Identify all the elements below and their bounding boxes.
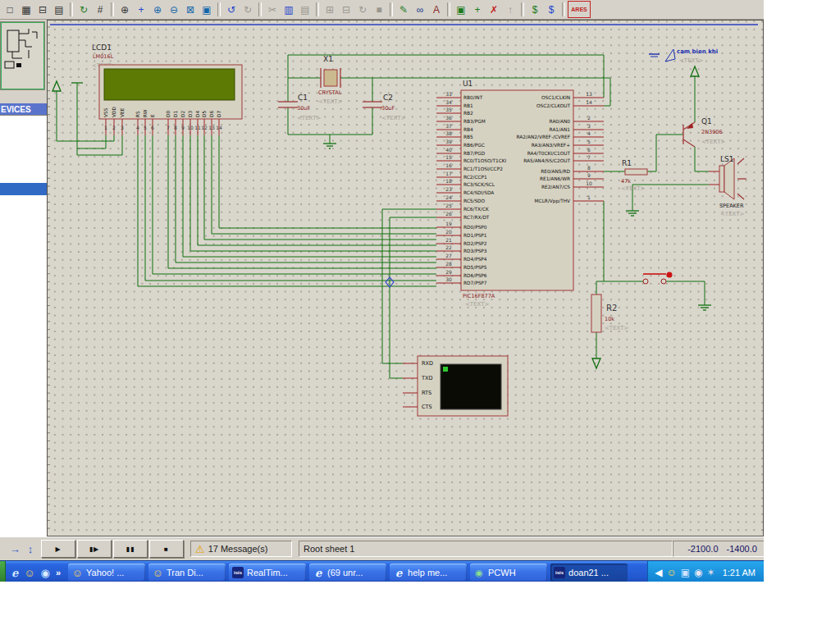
c1-ref-label: C1 [298,94,308,102]
goto-sheet-icon[interactable]: ↑ [502,2,518,17]
toolbar-separator [447,2,450,16]
component-push-button[interactable] [643,272,673,285]
mark-region-icon[interactable]: ▤ [51,2,67,17]
cut-icon[interactable]: ✂ [264,2,281,17]
coordinate-panel: -2100.0 -1400.0 th [673,541,764,557]
tray-star-icon[interactable]: ✶ [707,568,715,578]
quicklaunch-overflow-chevron[interactable]: » [56,568,61,578]
electrical-check-icon[interactable]: $ [543,2,559,17]
zoom-in-icon[interactable]: ⊕ [149,2,166,17]
svg-text:38: 38 [445,130,452,136]
print-icon[interactable]: ⊟ [34,2,51,17]
component-x1-crystal[interactable]: X1 CRYSTAL <TEXT> [318,55,343,105]
svg-text:16: 16 [445,162,452,168]
block-copy-icon[interactable]: ⊞ [322,2,338,17]
taskbar-button[interactable]: isisRealTim... [229,564,306,582]
selected-device-row[interactable] [0,183,47,195]
svg-text:RA4/T0CKI/C1OUT: RA4/T0CKI/C1OUT [527,151,571,156]
component-r2[interactable]: R2 10k <TEXT> [591,294,629,332]
pause-button[interactable]: ▮▮ [113,540,148,558]
taskbar-button[interactable]: ehelp me... [390,564,467,582]
step-button[interactable]: ▮▶ [77,540,112,558]
ares-netlist-icon[interactable]: ARES [568,1,591,18]
component-q1-transistor[interactable]: Q1 2N3906 <TEXT> [683,117,726,147]
start-button-fragment[interactable] [0,561,6,582]
stop-button[interactable]: ■ [149,540,184,558]
vertical-pan-icon[interactable]: ↕ [28,543,34,555]
ie-quicklaunch-icon[interactable]: e [11,568,18,578]
svg-text:RA3/AN3/VREF+: RA3/AN3/VREF+ [532,143,570,148]
messenger-quicklaunch-icon[interactable]: ☺ [24,568,34,578]
messenger-icon: ☺ [152,567,163,578]
paste-icon[interactable]: ▤ [297,2,313,17]
svg-text:2: 2 [112,125,116,130]
component-ls1-speaker[interactable]: LS1 SPEAKER <TEXT> [709,155,746,217]
redo-icon[interactable]: ↻ [240,2,256,17]
svg-text:RC2/CCP1: RC2/CCP1 [463,175,487,180]
tray-volume-icon[interactable]: ◉ [694,568,702,578]
task-buttons-area: ☺Yahoo! ...☺Tran Di...isisRealTim...e(69… [66,564,629,582]
edit-component-icon[interactable]: ✎ [395,2,412,17]
zoom-out-icon[interactable]: ⊖ [166,2,182,17]
route-arrow-icon[interactable]: → [10,543,21,555]
tray-display-icon[interactable]: ▣ [681,568,690,578]
copy-icon[interactable]: ▥ [281,2,297,17]
property-assignment-icon[interactable]: A [428,2,445,17]
bill-of-materials-icon[interactable]: $ [527,2,543,17]
svg-text:RD7/PSP7: RD7/PSP7 [463,281,487,285]
block-rotate-icon[interactable]: ↻ [354,2,371,17]
save-design-icon[interactable]: ▦ [18,2,34,17]
component-r1[interactable]: R1 47k <TEXT> [621,159,647,192]
taskbar-button[interactable]: ☺Tran Di... [148,564,226,582]
component-lcd1[interactable]: LCD1 LM016L <TEXT> VSS1VDD2VEE3RS4RW5E6D… [92,43,242,135]
component-u1-pic16f877a[interactable]: U1 33RB0/INT34RB135RB236RB3/PGM37RB438RB… [436,80,604,308]
tray-messenger-icon[interactable]: ☺ [666,568,676,578]
svg-text:RB1: RB1 [463,103,473,108]
block-delete-icon[interactable]: ■ [371,2,387,17]
find-component-icon[interactable]: ∞ [412,2,428,17]
grid-toggle-icon[interactable]: # [92,2,108,17]
svg-text:D5: D5 [202,111,207,117]
tray-collapse-icon[interactable]: ◀ [655,568,662,578]
component-c2[interactable]: C2 30uF <TEXT> [363,94,406,121]
new-sheet-icon[interactable]: + [469,2,486,17]
taskbar-button[interactable]: ◉PCWH [470,564,547,582]
design-explorer-icon[interactable]: ▣ [453,2,469,17]
svg-text:RD1/PSP1: RD1/PSP1 [463,233,487,238]
zoom-all-icon[interactable]: ▣ [199,2,215,17]
taskbar-button-label: Tran Di... [167,568,203,578]
message-count-label: 17 Message(s) [208,544,268,554]
svg-text:4: 4 [587,130,591,136]
svg-text:RXD: RXD [422,360,433,367]
svg-text:D4: D4 [195,111,200,117]
object-selector-sidebar: EVICES [0,20,47,536]
taskbar-button[interactable]: isisdoan21 ... [550,564,628,582]
remove-sheet-icon[interactable]: ✗ [486,2,502,17]
device-list[interactable] [0,115,47,536]
zoom-area-icon[interactable]: ⊠ [182,2,199,17]
schematic-preview-pane[interactable] [0,21,45,90]
u1-ref-label: U1 [463,80,472,88]
taskbar-button[interactable]: e(69 unr... [309,564,386,582]
svg-text:36: 36 [445,115,452,121]
component-c1[interactable]: C1 30uF <TEXT> [278,94,322,121]
toolbar-separator [258,2,262,16]
component-virtual-terminal[interactable]: RXDTXDRTSCTS [403,356,508,416]
schematic-editor[interactable]: LCD1 LM016L <TEXT> VSS1VDD2VEE3RS4RW5E6D… [47,20,764,536]
play-button[interactable]: ▶ [41,540,75,558]
svg-text:10: 10 [187,125,194,130]
pan-icon[interactable]: + [133,2,149,17]
message-panel[interactable]: ⚠ 17 Message(s) [190,541,292,557]
annotation-cam-bien-khi[interactable]: cam bien khi <TEXT> [649,48,718,64]
block-move-icon[interactable]: ⊟ [338,2,354,17]
svg-text:33: 33 [445,91,452,97]
redraw-icon[interactable]: ↻ [75,2,92,17]
r2-value-label: 10k [605,316,614,322]
origin-icon[interactable]: ⊕ [116,2,133,17]
app-quicklaunch-icon[interactable]: ◉ [41,568,50,578]
new-document-icon[interactable]: □ [2,2,18,17]
undo-icon[interactable]: ↺ [223,2,240,17]
taskbar-button[interactable]: ☺Yahoo! ... [68,564,145,582]
svg-text:2: 2 [587,115,591,121]
svg-text:RA0/AN0: RA0/AN0 [550,119,571,124]
